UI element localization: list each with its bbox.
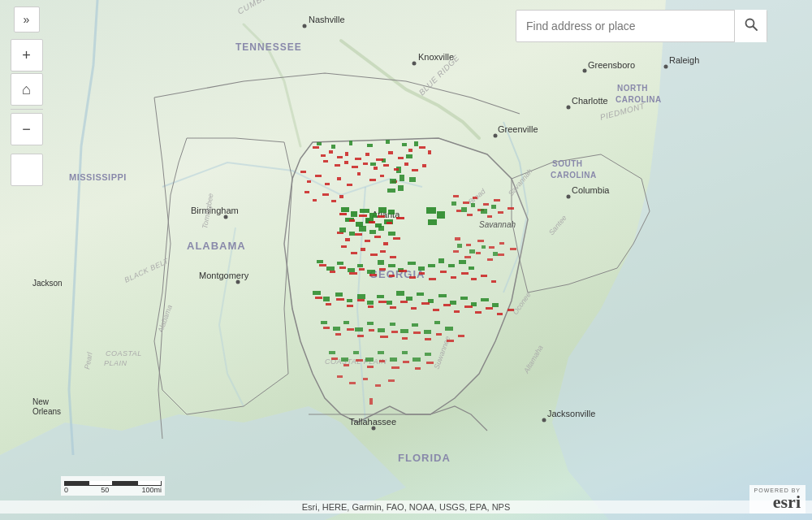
zoom-out-button[interactable]: −	[11, 113, 43, 145]
svg-text:SOUTH: SOUTH	[552, 159, 583, 168]
scale-ruler	[64, 478, 162, 486]
svg-point-3	[664, 65, 668, 69]
svg-rect-198	[481, 298, 489, 301]
svg-rect-87	[422, 164, 426, 167]
svg-rect-154	[378, 260, 384, 265]
svg-rect-235	[369, 329, 374, 332]
expand-panel-button[interactable]: »	[14, 6, 40, 32]
svg-text:CAROLINA: CAROLINA	[551, 171, 597, 180]
basemap-button[interactable]	[11, 154, 43, 186]
svg-rect-220	[333, 327, 340, 331]
attribution-text: Esri, HERE, Garmin, FAO, NOAA, USGS, EPA…	[302, 502, 511, 512]
svg-rect-247	[365, 358, 374, 362]
map-container[interactable]: Nashville Knoxville Greensboro Raleigh C…	[0, 0, 812, 520]
home-button[interactable]: ⌂	[11, 73, 43, 106]
svg-rect-155	[388, 264, 395, 267]
svg-rect-183	[323, 297, 330, 301]
svg-rect-232	[335, 333, 341, 336]
svg-rect-260	[415, 367, 421, 370]
svg-rect-104	[400, 175, 404, 181]
svg-rect-58	[402, 143, 407, 146]
map-svg: Nashville Knoxville Greensboro Raleigh C…	[0, 0, 812, 520]
svg-rect-105	[387, 188, 395, 193]
svg-text:Raleigh: Raleigh	[669, 55, 699, 65]
svg-point-9	[236, 280, 240, 284]
svg-rect-206	[378, 301, 387, 303]
svg-rect-279	[451, 202, 456, 206]
search-button[interactable]	[734, 10, 767, 42]
svg-rect-66	[329, 150, 333, 154]
svg-rect-221	[343, 321, 349, 324]
svg-rect-295	[457, 244, 462, 248]
svg-rect-147	[428, 219, 437, 225]
svg-rect-76	[428, 150, 431, 154]
svg-rect-216	[486, 307, 493, 310]
svg-rect-218	[508, 309, 514, 311]
svg-rect-202	[336, 298, 344, 301]
scale-50: 50	[101, 486, 109, 494]
svg-text:TENNESSEE: TENNESSEE	[235, 41, 302, 53]
svg-rect-298	[493, 252, 498, 256]
svg-rect-246	[353, 351, 359, 354]
svg-rect-171	[389, 275, 395, 277]
svg-point-0	[303, 24, 307, 28]
svg-rect-165	[330, 271, 335, 273]
svg-rect-177	[451, 276, 456, 279]
svg-rect-142	[369, 230, 376, 234]
svg-rect-134	[351, 252, 357, 254]
svg-rect-244	[329, 351, 335, 354]
svg-rect-272	[494, 199, 500, 202]
search-input[interactable]	[516, 13, 734, 39]
svg-rect-243	[458, 335, 464, 337]
svg-rect-138	[390, 256, 396, 258]
svg-rect-96	[380, 175, 384, 177]
svg-rect-152	[357, 264, 363, 267]
svg-rect-86	[412, 169, 418, 171]
svg-rect-181	[491, 280, 496, 283]
svg-rect-226	[400, 329, 408, 333]
svg-text:FLORIDA: FLORIDA	[398, 452, 451, 464]
svg-rect-178	[461, 272, 469, 275]
svg-rect-127	[345, 238, 350, 241]
map-toolbar: » + ⌂ −	[0, 0, 53, 520]
svg-rect-237	[391, 331, 398, 333]
svg-rect-184	[335, 292, 343, 297]
svg-rect-166	[339, 266, 346, 269]
svg-rect-189	[387, 301, 392, 305]
svg-rect-125	[396, 217, 404, 219]
svg-rect-153	[367, 270, 375, 274]
svg-rect-208	[400, 301, 408, 303]
svg-rect-80	[352, 166, 358, 168]
svg-rect-263	[349, 382, 356, 384]
svg-rect-169	[369, 274, 377, 276]
svg-rect-159	[428, 264, 435, 267]
svg-rect-63	[370, 162, 376, 166]
svg-rect-271	[483, 203, 489, 206]
svg-rect-207	[390, 306, 396, 309]
svg-rect-91	[325, 183, 330, 185]
svg-rect-242	[447, 340, 454, 342]
search-bar	[516, 10, 767, 42]
svg-rect-123	[378, 215, 385, 218]
svg-rect-190	[396, 291, 404, 296]
svg-rect-143	[378, 226, 384, 231]
zoom-in-button[interactable]: +	[11, 39, 43, 72]
esri-brand-text: esri	[773, 493, 801, 511]
svg-rect-281	[471, 203, 475, 207]
svg-rect-55	[349, 141, 352, 145]
svg-rect-176	[440, 271, 447, 273]
svg-rect-92	[337, 177, 341, 180]
svg-rect-150	[337, 262, 343, 265]
svg-rect-258	[391, 366, 400, 369]
svg-rect-212	[443, 304, 451, 306]
svg-text:Nashville: Nashville	[309, 15, 345, 24]
svg-rect-233	[347, 328, 354, 331]
svg-line-300	[753, 27, 757, 31]
svg-text:Altamaha: Altamaha	[522, 344, 545, 375]
svg-rect-276	[487, 215, 492, 218]
svg-rect-110	[360, 209, 369, 213]
svg-rect-274	[467, 214, 473, 216]
svg-rect-77	[323, 160, 328, 162]
svg-rect-203	[347, 305, 353, 307]
svg-rect-84	[394, 168, 399, 171]
